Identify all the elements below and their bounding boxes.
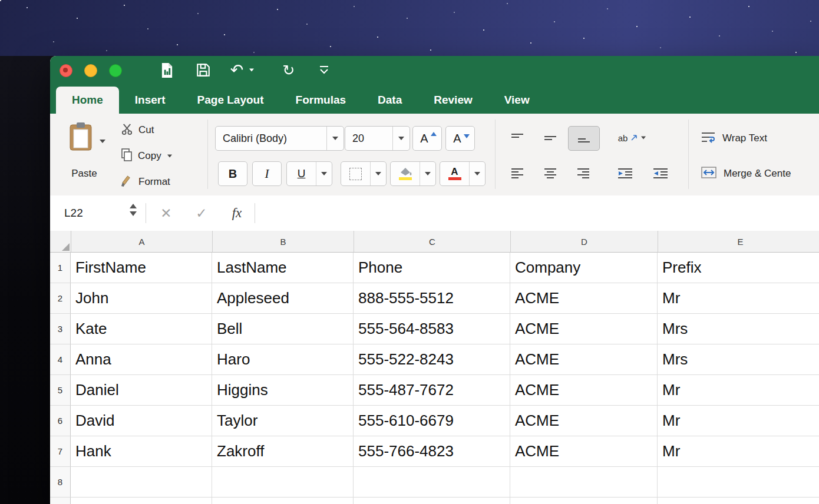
font-name-caret-icon[interactable] [326, 127, 344, 150]
row-header-partial[interactable] [50, 498, 71, 504]
cell-D7[interactable]: ACME [510, 436, 658, 467]
cell-E7[interactable]: Mr [658, 436, 819, 467]
cell-A6[interactable]: David [71, 406, 212, 436]
tab-data[interactable]: Data [362, 87, 418, 114]
column-header-B[interactable]: B [213, 231, 354, 253]
toolbar-overflow-icon[interactable] [315, 56, 333, 84]
paste-dropdown-caret-icon[interactable] [100, 140, 105, 143]
row-header-2[interactable]: 2 [50, 283, 71, 314]
stepper-down-icon[interactable] [130, 211, 137, 216]
cell-partial-C[interactable] [354, 498, 510, 504]
cell-E3[interactable]: Mrs [658, 314, 819, 344]
copy-dropdown-caret-icon[interactable] [167, 155, 172, 158]
cell-C8[interactable] [354, 467, 510, 498]
name-box-stepper[interactable] [130, 204, 137, 216]
cell-B6[interactable]: Taylor [212, 406, 354, 436]
shrink-font-button[interactable]: A [445, 126, 475, 151]
column-header-A[interactable]: A [71, 231, 213, 253]
paste-button[interactable]: Paste [61, 118, 108, 183]
tab-insert[interactable]: Insert [119, 87, 181, 114]
cell-B7[interactable]: Zakroff [212, 436, 354, 467]
redo-icon[interactable]: ↻ [279, 56, 299, 84]
cell-C6[interactable]: 555-610-6679 [354, 406, 510, 436]
insert-function-button[interactable]: fx [227, 195, 247, 231]
row-header-5[interactable]: 5 [50, 375, 71, 406]
tab-review[interactable]: Review [418, 87, 488, 114]
align-left-button[interactable] [502, 161, 533, 185]
zoom-button[interactable] [109, 64, 122, 77]
borders-button[interactable] [341, 161, 387, 186]
cancel-icon[interactable]: ✕ [156, 195, 176, 231]
cell-D1[interactable]: Company [510, 253, 658, 283]
font-color-caret-icon[interactable] [469, 162, 485, 185]
decrease-indent-button[interactable] [610, 161, 640, 185]
column-header-D[interactable]: D [511, 231, 658, 253]
underline-button[interactable]: U [286, 161, 332, 186]
row-header-4[interactable]: 4 [50, 344, 71, 375]
cell-partial-A[interactable] [71, 498, 212, 504]
merge-center-button[interactable]: Merge & Cente [701, 162, 791, 185]
save-icon[interactable] [194, 56, 212, 84]
increase-indent-button[interactable] [646, 161, 675, 185]
tab-home[interactable]: Home [56, 87, 119, 114]
cell-partial-D[interactable] [510, 498, 658, 504]
align-top-button[interactable] [502, 126, 533, 150]
cell-D2[interactable]: ACME [510, 283, 658, 314]
cell-E1[interactable]: Prefix [658, 253, 819, 283]
column-header-E[interactable]: E [658, 231, 819, 253]
cell-A3[interactable]: Kate [71, 314, 212, 344]
cell-D8[interactable] [510, 467, 658, 498]
font-name-select[interactable]: Calibri (Body) [215, 126, 344, 151]
format-painter-button[interactable]: Format [121, 173, 170, 191]
orientation-caret-icon[interactable] [641, 137, 646, 140]
align-bottom-button[interactable] [568, 126, 600, 151]
cell-E5[interactable]: Mr [658, 375, 819, 406]
align-middle-button[interactable] [535, 126, 566, 150]
cell-E6[interactable]: Mr [658, 406, 819, 436]
cell-D6[interactable]: ACME [510, 406, 658, 436]
minimize-button[interactable] [84, 64, 97, 77]
bold-button[interactable]: B [218, 161, 247, 186]
cell-B3[interactable]: Bell [212, 314, 354, 344]
cell-E4[interactable]: Mrs [658, 344, 819, 375]
cell-A4[interactable]: Anna [71, 344, 212, 375]
cell-D3[interactable]: ACME [510, 314, 658, 344]
cell-A8[interactable] [71, 467, 212, 498]
cell-C1[interactable]: Phone [354, 253, 510, 283]
fill-color-caret-icon[interactable] [420, 162, 435, 185]
close-button[interactable] [60, 64, 72, 77]
cell-B8[interactable] [212, 467, 354, 498]
tab-formulas[interactable]: Formulas [280, 87, 362, 114]
cell-C2[interactable]: 888-555-5512 [354, 283, 510, 314]
row-header-8[interactable]: 8 [50, 467, 71, 498]
enter-icon[interactable]: ✓ [191, 195, 212, 231]
font-size-select[interactable]: 20 [345, 126, 410, 151]
undo-icon[interactable]: ↶ [227, 56, 247, 84]
cell-C5[interactable]: 555-487-7672 [354, 375, 510, 406]
tab-page-layout[interactable]: Page Layout [181, 87, 280, 114]
cell-B1[interactable]: LastName [212, 253, 354, 283]
row-header-3[interactable]: 3 [50, 314, 71, 344]
cut-button[interactable]: Cut [121, 121, 154, 140]
cell-C4[interactable]: 555-522-8243 [354, 344, 510, 375]
font-size-caret-icon[interactable] [392, 127, 410, 150]
cell-C3[interactable]: 555-564-8583 [354, 314, 510, 344]
cell-B5[interactable]: Higgins [212, 375, 354, 406]
undo-dropdown-caret-icon[interactable] [247, 56, 256, 84]
cell-A1[interactable]: FirstName [71, 253, 212, 283]
copy-button[interactable]: Copy [121, 147, 173, 165]
align-center-button[interactable] [535, 161, 566, 185]
align-right-button[interactable] [568, 161, 599, 185]
cell-B4[interactable]: Haro [212, 344, 354, 375]
column-header-C[interactable]: C [354, 231, 511, 253]
italic-button[interactable]: I [252, 161, 282, 186]
fill-color-button[interactable] [390, 161, 436, 186]
cell-C7[interactable]: 555-766-4823 [354, 436, 510, 467]
stepper-up-icon[interactable] [130, 204, 137, 208]
cell-B2[interactable]: Appleseed [212, 283, 354, 314]
row-header-6[interactable]: 6 [50, 406, 71, 436]
underline-caret-icon[interactable] [316, 162, 332, 185]
formula-input[interactable] [262, 195, 819, 231]
wrap-text-button[interactable]: Wrap Text [701, 127, 767, 150]
select-all-corner[interactable] [50, 231, 71, 253]
